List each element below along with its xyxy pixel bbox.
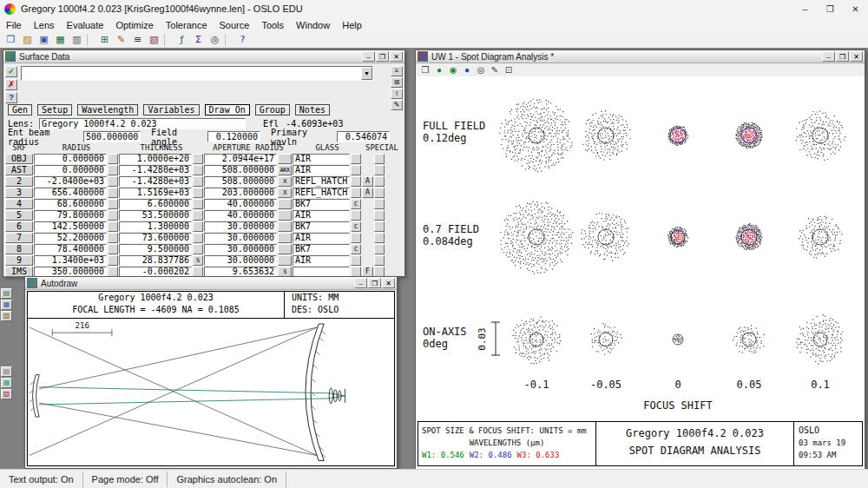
surface-row-button[interactable]: 9: [5, 255, 33, 266]
radius-options-button[interactable]: [108, 165, 118, 175]
thickness-flag-button[interactable]: [193, 210, 203, 221]
thickness-cell[interactable]: 53.500000: [119, 210, 192, 221]
help-icon[interactable]: ?: [5, 92, 17, 103]
close-button[interactable]: ✕: [382, 278, 395, 288]
sheet-tool-edit-icon[interactable]: ✎: [391, 100, 403, 110]
glass-cell[interactable]: AIR: [293, 210, 350, 221]
aperture-flag-button[interactable]: [278, 210, 292, 221]
new-lens-icon[interactable]: ❐: [3, 33, 19, 47]
radius-cell[interactable]: 656.400000: [34, 188, 107, 198]
minimize-button[interactable]: –: [354, 278, 367, 288]
text-output-icon[interactable]: ≡: [129, 33, 146, 47]
aperture-flag-button[interactable]: [278, 233, 292, 243]
glass-flag-button[interactable]: [351, 165, 361, 175]
radius-cell[interactable]: 78.400000: [34, 244, 107, 254]
surface-row-button[interactable]: 3: [5, 188, 33, 198]
tab-notes[interactable]: Notes: [295, 104, 330, 115]
apply-icon[interactable]: ✓: [5, 66, 17, 77]
row-options-button[interactable]: [374, 233, 385, 243]
menu-evaluate[interactable]: Evaluate: [61, 19, 110, 31]
glass-cell[interactable]: BK7: [293, 244, 350, 254]
main-title-bar[interactable]: Gregory 1000f4.2 0.023 [KrisGreg1000f46w…: [0, 0, 868, 18]
glass-flag-button[interactable]: C: [351, 221, 361, 232]
radius-options-button[interactable]: [108, 154, 118, 164]
row-options-button[interactable]: [374, 255, 385, 266]
thickness-flag-button[interactable]: [193, 176, 203, 187]
glass-cell[interactable]: REFL_HATCH: [293, 188, 350, 198]
glass-flag-button[interactable]: C: [351, 199, 361, 209]
surface-row-button[interactable]: OBJ: [5, 154, 33, 164]
thickness-flag-button[interactable]: [193, 244, 203, 254]
aperture-flag-button[interactable]: [278, 221, 292, 232]
thickness-flag-button[interactable]: [193, 221, 203, 232]
menu-tools[interactable]: Tools: [255, 19, 290, 31]
surface-row-button[interactable]: 2: [5, 176, 33, 187]
info-value-2[interactable]: 0.120000: [207, 131, 260, 142]
menu-help[interactable]: Help: [336, 19, 368, 31]
aperture-cell[interactable]: 30.000000: [204, 244, 277, 254]
slider-wheel-icon[interactable]: ◎: [207, 33, 223, 47]
optimize-icon[interactable]: Σ: [190, 33, 207, 47]
surface-data-titlebar[interactable]: Surface Data –❒✕: [3, 50, 404, 63]
radius-options-button[interactable]: [108, 210, 118, 221]
radius-cell[interactable]: 1.3400e+03: [34, 255, 107, 266]
row-options-button[interactable]: [374, 188, 385, 198]
menu-tolerance[interactable]: Tolerance: [160, 19, 214, 31]
help-icon[interactable]: ?: [234, 33, 251, 47]
aperture-cell[interactable]: 508.000000: [204, 165, 277, 175]
row-options-button[interactable]: [374, 244, 385, 254]
close-button[interactable]: ✕: [843, 0, 868, 17]
zoom-icon[interactable]: ◎: [474, 64, 488, 76]
aperture-flag-button[interactable]: X: [278, 176, 292, 187]
surface-row-button[interactable]: 5: [5, 210, 33, 221]
revert-icon[interactable]: ✗: [5, 79, 17, 90]
docked-graphics-window-icon[interactable]: ▦: [1, 300, 12, 310]
minimize-button[interactable]: –: [822, 51, 835, 62]
menu-optimize[interactable]: Optimize: [109, 19, 159, 31]
thickness-cell[interactable]: 6.600000: [119, 199, 192, 209]
row-options-button[interactable]: [374, 154, 385, 164]
radius-options-button[interactable]: [108, 221, 118, 232]
update-all-icon[interactable]: ◉: [446, 64, 460, 76]
tab-setup[interactable]: Setup: [37, 104, 72, 115]
aperture-cell[interactable]: 2.0944e+17: [204, 154, 277, 164]
thickness-cell[interactable]: 1.5169e+03: [119, 188, 192, 198]
aperture-cell[interactable]: 508.000000: [204, 176, 277, 187]
thickness-flag-button[interactable]: [193, 154, 203, 164]
surface-data-spreadsheet-icon[interactable]: ⊞: [96, 33, 113, 47]
aperture-flag-button[interactable]: X: [278, 188, 292, 198]
surface-row-button[interactable]: 4: [5, 199, 33, 209]
graphics-window-icon[interactable]: ▧: [146, 33, 162, 47]
radius-cell[interactable]: -2.0400e+03: [34, 176, 107, 187]
open-lens-icon[interactable]: ▨: [19, 33, 36, 47]
thickness-cell[interactable]: -1.4280e+03: [119, 165, 192, 175]
docked-window-icon-b[interactable]: ▦: [1, 378, 12, 388]
radius-options-button[interactable]: [108, 244, 118, 254]
surface-row-button[interactable]: AST: [5, 165, 33, 175]
glass-flag-button[interactable]: [351, 154, 361, 164]
aperture-flag-button[interactable]: [278, 244, 292, 254]
thickness-cell[interactable]: 1.300000: [119, 221, 192, 232]
glass-cell[interactable]: AIR: [293, 154, 350, 164]
glass-flag-button[interactable]: [351, 210, 361, 221]
tab-gen[interactable]: Gen: [8, 104, 32, 115]
thickness-flag-button[interactable]: [193, 233, 203, 243]
aperture-cell[interactable]: 40.000000: [204, 210, 277, 221]
glass-flag-button[interactable]: [351, 255, 361, 266]
command-input[interactable]: [22, 67, 361, 80]
menu-window[interactable]: Window: [290, 19, 336, 31]
maximize-button[interactable]: ❒: [376, 51, 389, 62]
docked-sheet-window-icon[interactable]: ▧: [1, 311, 12, 321]
glass-flag-button[interactable]: [351, 188, 361, 198]
info-value-3[interactable]: 0.546074: [337, 131, 390, 142]
sheet-tool-insert-icon[interactable]: ⊞: [391, 77, 403, 88]
maximize-button[interactable]: ❒: [368, 278, 381, 288]
glass-flag-button[interactable]: C: [351, 244, 361, 254]
radius-options-button[interactable]: [108, 188, 118, 198]
close-button[interactable]: ✕: [390, 51, 403, 62]
tab-variables[interactable]: Variables: [143, 104, 199, 115]
update-plot-icon[interactable]: ●: [432, 64, 446, 76]
row-options-button[interactable]: [374, 199, 385, 209]
thickness-flag-button[interactable]: S: [193, 255, 203, 266]
glass-cell[interactable]: AIR: [293, 255, 350, 266]
